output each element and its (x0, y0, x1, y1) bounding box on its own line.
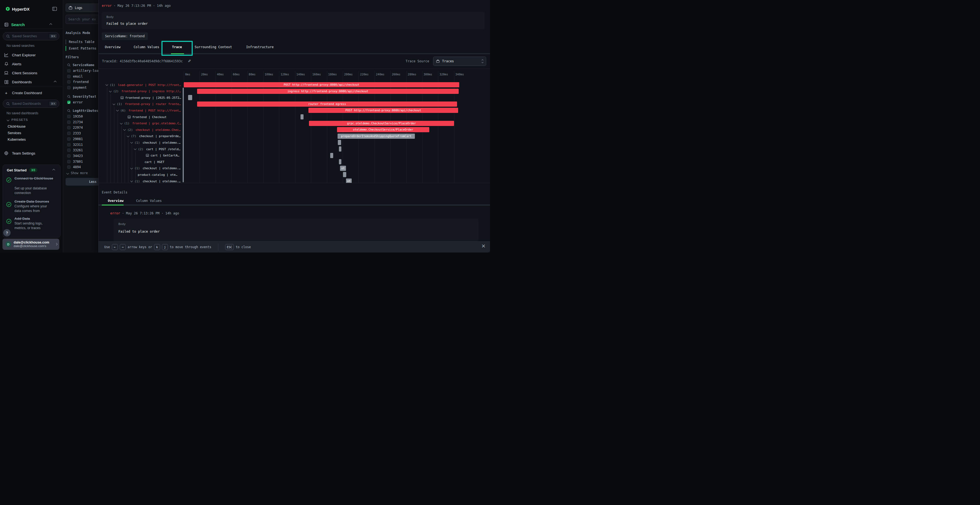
trace-span-bar[interactable] (339, 159, 341, 164)
edit-pencil-icon[interactable]: ✎ (187, 59, 191, 63)
sidebar-item-dashboards[interactable]: Dashboards (0, 78, 63, 86)
facet-item-29081[interactable]: 29081 (67, 137, 83, 141)
saved-searches-search[interactable]: ⌘K (3, 32, 59, 40)
trace-span-bar[interactable]: ingress http://frontend-proxy:8080/api/c… (197, 89, 459, 94)
trace-tree-row[interactable]: (2)frontend-proxy | ingress http://… (99, 89, 184, 94)
facet-item-error[interactable]: error (67, 100, 83, 104)
tab-trace[interactable]: Trace (172, 45, 182, 49)
chevron-down-icon[interactable] (127, 134, 130, 137)
key-arrow-left[interactable]: ← (112, 244, 118, 250)
chevron-down-icon[interactable] (130, 179, 133, 182)
chevron-down-icon[interactable] (109, 89, 112, 92)
key-j[interactable]: j (162, 244, 168, 250)
presets-toggle[interactable]: PRESETS (7, 118, 28, 121)
trace-span-bar[interactable] (188, 95, 192, 100)
facet-item-4894[interactable]: 4894 (67, 165, 81, 169)
sidebar-item-client-sessions[interactable]: Client Sessions (0, 69, 63, 76)
trace-span-bar[interactable]: ot (340, 166, 346, 171)
trace-tree-row[interactable]: frontend | Checkout (99, 114, 184, 120)
checkbox[interactable] (67, 149, 70, 152)
sidebar-item-search[interactable]: Search (4, 22, 59, 27)
key-esc[interactable]: ESC (225, 244, 234, 250)
tab-surrounding-context[interactable]: Surrounding Context (195, 45, 232, 49)
trace-span-bar[interactable] (343, 172, 346, 177)
ed-tab-overview[interactable]: Overview (108, 199, 124, 203)
source-select-button[interactable]: Logs (65, 3, 98, 12)
facet-item-33261[interactable]: 33261 (67, 148, 83, 152)
trace-tree-row[interactable]: product-catalog | ote… (99, 172, 184, 178)
event-search-input[interactable] (68, 17, 98, 21)
less-filters-button[interactable]: Less fil (65, 178, 98, 186)
facet-item-32311[interactable]: 32311 (67, 143, 83, 147)
trace-tree-row[interactable]: cart | HGET (99, 159, 184, 165)
trace-span-bar[interactable]: ot (346, 178, 352, 183)
checkbox[interactable] (67, 137, 70, 141)
sidebar-item-services[interactable]: Services (8, 131, 21, 135)
facet-item-21734[interactable]: 21734 (67, 120, 83, 124)
trace-tree-row[interactable]: (1)frontend | grpc.oteldemo.C… (99, 121, 184, 127)
task-title[interactable]: Create Data Sources (14, 199, 60, 204)
facet-item-payment[interactable]: payment (67, 86, 87, 89)
checkbox[interactable] (67, 101, 70, 104)
trace-span-bar[interactable]: prepareOrderItemsAndShippingQuoteFromCar… (337, 133, 415, 139)
task-title[interactable]: Connect to ClickHouse (14, 176, 58, 181)
sidebar-item-alerts[interactable]: Alerts (0, 60, 63, 67)
trace-tree-row[interactable]: (1)load-generator | POST http://front… (99, 82, 184, 88)
mode-results-table[interactable]: Results Table (65, 39, 94, 44)
checkbox[interactable] (67, 121, 70, 124)
trace-tree-row[interactable]: (1)checkout | oteldemo.… (99, 165, 184, 172)
saved-searches-input[interactable] (12, 34, 47, 38)
chevron-down-icon[interactable] (123, 128, 126, 131)
trace-tree-row[interactable]: (1)checkout | oteldemo.… (99, 140, 184, 146)
facet-item-email[interactable]: email (67, 75, 83, 78)
service-name-chip[interactable]: ServiceName: frontend (102, 32, 148, 40)
chevron-down-icon[interactable] (130, 141, 133, 144)
tab-overview[interactable]: Overview (105, 45, 121, 49)
chevron-down-icon[interactable] (134, 148, 137, 150)
facet-item-22974[interactable]: 22974 (67, 126, 83, 130)
chevron-down-icon[interactable] (116, 109, 119, 111)
key-arrow-right[interactable]: → (120, 244, 126, 250)
close-icon[interactable]: ✕ (481, 243, 486, 249)
trace-tree-row[interactable]: (2)cart | POST /oteld… (99, 146, 184, 152)
checkbox[interactable] (67, 132, 70, 135)
chevron-down-icon[interactable] (120, 122, 123, 124)
tab-infrastructure[interactable]: Infrastructure (246, 45, 274, 49)
sidebar-item-kubernetes[interactable]: Kubernetes (8, 137, 26, 141)
sidebar-item-clickhouse[interactable]: ClickHouse (8, 124, 25, 129)
checkbox[interactable] (67, 80, 70, 84)
trace-span-bar[interactable]: oteldemo.CheckoutService/PlaceOrder (337, 127, 429, 132)
chevron-down-icon[interactable] (113, 102, 115, 105)
trace-span-bar[interactable]: router frontend egress (197, 102, 457, 106)
panel-toggle-icon[interactable] (52, 7, 57, 11)
saved-dashboards-search[interactable]: ⌘K (3, 100, 59, 108)
trace-span-bar[interactable]: POST http://frontend-proxy:8080/api/chec… (309, 108, 458, 113)
chevron-down-icon[interactable] (106, 83, 108, 86)
saved-dashboards-input[interactable] (12, 102, 47, 106)
chevron-down-icon[interactable] (130, 167, 133, 169)
checkbox[interactable] (67, 154, 70, 157)
show-more-button[interactable]: Show more (67, 171, 88, 175)
checkbox[interactable] (67, 143, 70, 146)
trace-span-bar[interactable] (339, 146, 341, 152)
trace-source-dropdown[interactable]: Traces (433, 57, 486, 66)
task-title[interactable]: Add Data (14, 216, 58, 221)
key-k[interactable]: k (154, 244, 160, 250)
checkbox[interactable] (67, 115, 70, 118)
sidebar-item-team-settings[interactable]: Team Settings (0, 150, 63, 157)
checkbox[interactable] (67, 160, 70, 163)
facet-item-37801[interactable]: 37801 (67, 160, 83, 164)
trace-tree-row[interactable]: frontend-proxy | [2025-05-25T2… (99, 95, 184, 101)
tab-column-values[interactable]: Column Values (134, 45, 159, 49)
trace-span-bar[interactable] (301, 114, 304, 119)
sidebar-item-chart-explorer[interactable]: Chart Explorer (0, 51, 63, 59)
facet-item-2333[interactable]: 2333 (67, 132, 81, 135)
trace-span-bar[interactable]: grpc.oteldemo.CheckoutService/PlaceOrder (309, 121, 454, 126)
trace-tree-row[interactable]: cart | GetCartA… (99, 152, 184, 159)
facet-item-frontend[interactable]: frontend (67, 80, 89, 84)
checkbox[interactable] (67, 86, 70, 89)
mode-event-patterns[interactable]: Event Patterns (65, 46, 96, 51)
facet-item-34423[interactable]: 34423 (67, 154, 83, 158)
facet-item-artillery-loa[interactable]: artillery-loa (67, 69, 98, 73)
checkbox[interactable] (67, 69, 70, 72)
